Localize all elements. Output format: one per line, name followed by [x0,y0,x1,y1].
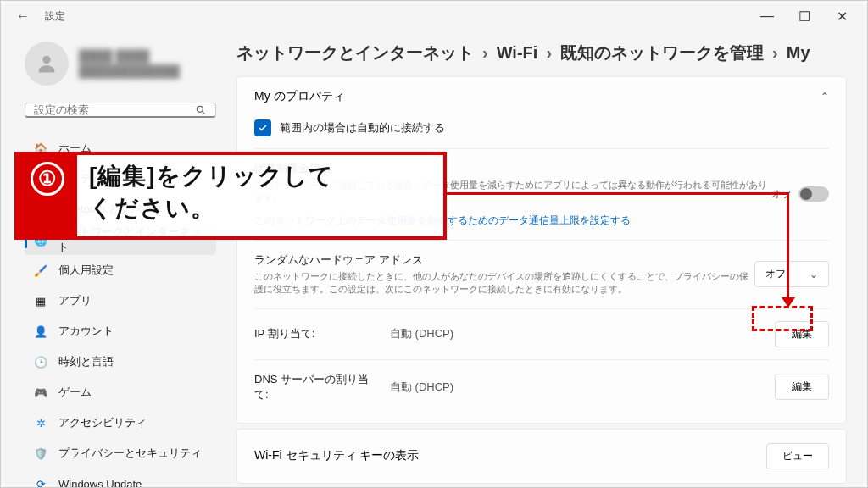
checkbox-auto-connect[interactable] [254,119,271,136]
breadcrumb-sep: › [546,43,552,63]
maximize-button[interactable]: ☐ [786,3,823,30]
row-title: Wi-Fi セキュリティ キーの表示 [254,448,419,463]
row-label: DNS サーバーの割り当て: [254,372,373,402]
content-area: ネットワークとインターネット › Wi-Fi › 既知のネットワークを管理 › … [230,31,867,488]
sidebar: ████ ████ ████████████ 🏠ホーム 💻システム ᛒBluet… [1,31,230,488]
update-icon: ⟳ [33,476,48,488]
svg-point-1 [197,106,203,112]
edit-dns-button[interactable]: 編集 [775,374,829,400]
row-title: 範囲内の場合は自動的に接続する [280,120,445,136]
breadcrumb: ネットワークとインターネット › Wi-Fi › 既知のネットワークを管理 › … [236,42,847,64]
select-value: オフ [765,267,786,281]
sidebar-item-apps[interactable]: ▦アプリ [25,286,216,316]
row-value: 自動 (DHCP) [390,380,758,395]
row-ip-assignment: IP 割り当て: 自動 (DHCP) 編集 [254,308,829,359]
row-label: IP 割り当て: [254,326,373,341]
close-button[interactable]: ✕ [823,3,860,30]
sidebar-item-label: アクセシビリティ [58,415,147,430]
profile-sub: ████████████ [79,64,180,79]
annotation-arrow [447,192,789,195]
annotation-callout: ① [編集]をクリックして ください。 [14,152,447,240]
sidebar-item-account[interactable]: 👤アカウント [25,316,216,347]
app-title: 設定 [45,9,65,24]
sidebar-item-label: プライバシーとセキュリティ [58,446,202,461]
row-subtitle: このネットワークに接続したときに、他の人があなたのデバイスの場所を追跡しにくくす… [254,270,754,297]
breadcrumb-sep: › [772,43,778,63]
annotation-target-highlight [752,306,813,331]
row-random-mac: ランダムなハードウェア アドレス このネットワークに接続したときに、他の人があな… [254,240,829,308]
profile-name: ████ ████ [79,48,180,64]
title-bar: ← 設定 — ☐ ✕ [1,1,867,31]
search-icon [195,104,207,116]
profile-text: ████ ████ ████████████ [79,48,180,79]
sidebar-item-label: 時刻と言語 [58,354,114,369]
row-title: ランダムなハードウェア アドレス [254,252,754,268]
sidebar-item-label: 個人用設定 [58,263,114,278]
annotation-text: [編集]をクリックして ください。 [77,155,443,236]
time-icon: 🕒 [33,354,48,369]
row-security-key: Wi-Fi セキュリティ キーの表示 ビュー [236,429,847,484]
shield-icon: 🛡️ [33,446,48,461]
annotation-line1: [編集]をクリックして [89,160,431,192]
svg-line-2 [202,111,204,114]
annotation-number: ① [31,162,64,196]
accessibility-icon: ✲ [33,415,48,430]
sidebar-item-time-language[interactable]: 🕒時刻と言語 [25,347,216,377]
annotation-line2: ください。 [89,192,431,225]
brush-icon: 🖌️ [33,263,48,278]
sidebar-item-label: ゲーム [58,385,92,400]
panel-header[interactable]: My のプロパティ ⌃ [237,77,846,116]
sidebar-item-label: Windows Update [58,478,142,489]
panel-title: My のプロパティ [254,89,345,104]
breadcrumb-sep: › [482,43,488,63]
sidebar-item-personalization[interactable]: 🖌️個人用設定 [25,255,216,286]
row-value: 自動 (DHCP) [390,326,758,341]
sidebar-item-label: アプリ [58,293,92,308]
breadcrumb-network[interactable]: ネットワークとインターネット [236,42,474,64]
sidebar-item-windows-update[interactable]: ⟳Windows Update [25,469,216,488]
select-random-mac[interactable]: オフ ⌄ [754,261,829,287]
chevron-down-icon: ⌄ [810,269,818,280]
minimize-button[interactable]: — [748,3,786,30]
game-icon: 🎮 [33,385,48,400]
window-controls: — ☐ ✕ [748,3,860,30]
annotation-number-badge: ① [18,155,77,236]
sidebar-item-gaming[interactable]: 🎮ゲーム [25,377,216,408]
sidebar-item-privacy[interactable]: 🛡️プライバシーとセキュリティ [25,438,216,469]
row-auto-connect: 範囲内の場合は自動的に接続する [254,119,829,148]
chevron-up-icon: ⌃ [821,91,829,103]
search-input[interactable] [34,103,195,116]
view-key-button[interactable]: ビュー [766,443,829,469]
breadcrumb-known-networks[interactable]: 既知のネットワークを管理 [560,42,764,64]
avatar [25,42,69,86]
account-icon: 👤 [33,324,48,339]
profile-block[interactable]: ████ ████ ████████████ [25,42,216,86]
toggle-track [798,186,829,202]
annotation-arrow [787,192,789,301]
row-dns-assignment: DNS サーバーの割り当て: 自動 (DHCP) 編集 [254,359,829,414]
svg-point-0 [42,56,50,64]
properties-panel: My のプロパティ ⌃ 範囲内の場合は自動的に接続する 従量制課金接続 このネッ… [236,76,847,424]
sidebar-item-accessibility[interactable]: ✲アクセシビリティ [25,408,216,438]
search-box[interactable] [25,103,216,118]
back-button[interactable]: ← [8,1,38,31]
breadcrumb-current: My [787,43,810,63]
sidebar-item-label: アカウント [58,324,114,339]
breadcrumb-wifi[interactable]: Wi-Fi [497,43,538,63]
apps-icon: ▦ [33,293,48,308]
